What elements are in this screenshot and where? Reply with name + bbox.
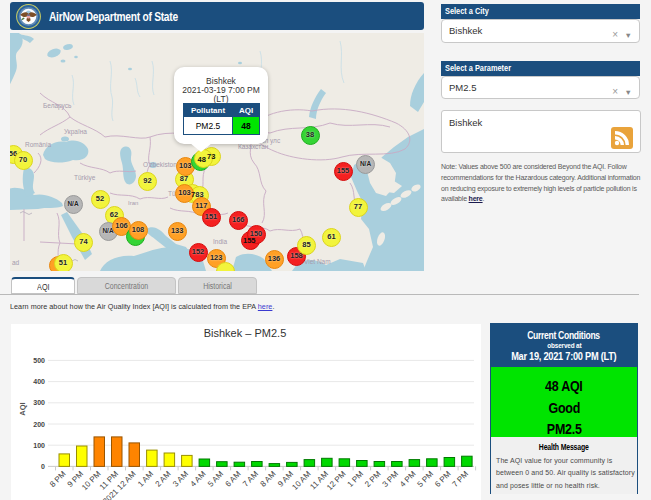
svg-text:Беларусь: Беларусь (43, 102, 72, 110)
svg-text:Türkiye: Türkiye (74, 174, 96, 182)
svg-text:Bishkek – PM2.5: Bishkek – PM2.5 (204, 327, 287, 339)
svg-text:6 PM: 6 PM (433, 469, 453, 489)
svg-text:10 PM: 10 PM (80, 469, 103, 492)
svg-text:5 AM: 5 AM (206, 469, 225, 488)
svg-text:AQI: AQI (18, 402, 27, 415)
svg-text:3 AM: 3 AM (171, 469, 190, 488)
svg-text:Viet Nam: Viet Nam (304, 258, 331, 265)
svg-text:5 PM: 5 PM (416, 469, 436, 489)
svg-text:8 PM: 8 PM (48, 469, 68, 489)
svg-text:India: India (213, 238, 227, 245)
svg-text:10 AM: 10 AM (290, 469, 313, 492)
svg-text:0: 0 (41, 463, 45, 470)
svg-text:1 AM: 1 AM (136, 469, 155, 488)
svg-text:O'zbekiston: O'zbekiston (143, 161, 177, 168)
svg-text:500: 500 (33, 357, 45, 364)
svg-text:100: 100 (33, 442, 45, 449)
svg-text:12 PM: 12 PM (325, 469, 348, 492)
svg-text:4 PM: 4 PM (398, 469, 418, 489)
svg-text:8 AM: 8 AM (258, 469, 277, 488)
svg-text:Казахстан: Казахстан (238, 143, 269, 150)
svg-text:Iran: Iran (128, 200, 138, 206)
svg-text:1 PM: 1 PM (346, 469, 366, 489)
svg-text:7 PM: 7 PM (451, 469, 471, 489)
svg-text:4 AM: 4 AM (188, 469, 207, 488)
svg-text:400: 400 (33, 378, 45, 385)
svg-text:2 PM: 2 PM (363, 469, 383, 489)
svg-text:2 AM: 2 AM (153, 469, 172, 488)
svg-text:300: 300 (33, 399, 45, 406)
svg-text:7 AM: 7 AM (241, 469, 260, 488)
svg-text:200: 200 (33, 421, 45, 428)
svg-text:6 AM: 6 AM (223, 469, 242, 488)
svg-text:3 PM: 3 PM (381, 469, 401, 489)
svg-text:România: România (25, 141, 51, 148)
svg-text:Україна: Україна (64, 128, 87, 136)
svg-text:ad: ad (12, 259, 20, 266)
